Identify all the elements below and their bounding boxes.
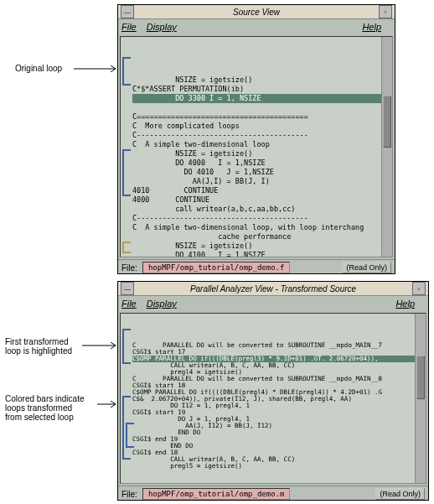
menu-file[interactable]: File [121, 22, 137, 32]
code-line: NSIZE = igetsize() [132, 242, 252, 250]
file-path: hopMPF/omp_tutorial/omp_demo.f [142, 262, 291, 273]
file-label: File: [121, 263, 137, 273]
menubar: File Display Help [118, 296, 428, 311]
loop-bracket [122, 57, 131, 86]
code-line: DO 4100 I = 1,NSIZE [132, 251, 266, 257]
code-line: call writear(a,b,c,aa,bb,cc) [132, 205, 295, 213]
code-line: NSIZE = igetsize() [132, 75, 252, 84]
code-line: C---------------------------------------… [132, 131, 308, 139]
code-line: 4010 CONTINUE [132, 186, 218, 195]
menubar: File Display Help [118, 19, 395, 34]
code-line: C A simple two-dimensional loop, with lo… [132, 223, 364, 231]
maximize-icon[interactable]: ▫ [379, 5, 392, 18]
menu-display[interactable]: Display [147, 22, 177, 32]
code-line: AA(J,I) = BB(J, I) [132, 177, 270, 185]
loop-bracket-inner [126, 423, 134, 448]
titlebar[interactable]: — Source View ▫ [118, 5, 395, 19]
code-line: C---------------------------------------… [132, 214, 308, 222]
file-path: hopMPF/omp_tutorial/omp_demo.m [142, 488, 291, 500]
code-line: DO 4010 J = 1,NSIZE [132, 168, 274, 176]
scroll-thumb[interactable] [383, 96, 391, 148]
scrollbar[interactable] [381, 37, 392, 257]
maximize-icon[interactable]: ▫ [412, 282, 426, 295]
readonly-badge: (Read Only) [342, 262, 391, 273]
code-line: C A simple two-dimensional loop [132, 140, 270, 148]
code-line: cache performance [132, 232, 291, 241]
loop-bracket [122, 149, 131, 196]
parallel-analyzer-window: — Parallel Analyzer View - Transformed S… [117, 281, 429, 501]
titlebar[interactable]: — Parallel Analyzer View - Transformed S… [118, 282, 428, 296]
code-line-highlight: DO 3300 I = 1, NSIZE [132, 94, 390, 103]
source-view-window: — Source View ▫ File Display Help NSIZE … [117, 4, 395, 274]
menu-help[interactable]: Help [395, 299, 415, 309]
loop-bracket [122, 242, 131, 253]
code-line: 4000 CONTINUE [132, 195, 209, 204]
code-line: pregl5 = igetsize() [132, 462, 242, 470]
file-label: File: [121, 490, 137, 499]
statusbar: File: hopMPF/omp_tutorial/omp_demo.m (Re… [118, 486, 428, 501]
annotation-colored: Colored bars indicate loops transformed … [5, 394, 85, 422]
source-code-area[interactable]: NSIZE = igetsize() C*$*ASSERT PERMUTATIO… [120, 36, 393, 257]
loop-bracket [122, 329, 131, 364]
readonly-badge: (Read Only) [375, 488, 425, 500]
window-title: Parallel Analyzer View - Transformed Sou… [137, 284, 410, 294]
window-title: Source View [137, 8, 376, 17]
code-line: C=======================================… [132, 112, 308, 121]
statusbar: File: hopMPF/omp_tutorial/omp_demo.f (Re… [118, 259, 395, 275]
annotation-first: First transformed loop is highlighted [5, 337, 72, 356]
transformed-code-area[interactable]: C PARALLEL DO will be converted to SUBRO… [120, 313, 426, 484]
menu-file[interactable]: File [121, 299, 137, 309]
sysmenu-icon[interactable]: — [121, 5, 134, 18]
scrollbar[interactable] [415, 314, 426, 483]
code-line: NSIZE = igetsize() [132, 149, 252, 158]
code-line: C More complicated loops [132, 122, 240, 130]
code-line: DO 4000 I = 1,NSIZE [132, 158, 266, 167]
menu-display[interactable]: Display [147, 299, 177, 309]
scroll-thumb[interactable] [416, 356, 425, 399]
sysmenu-icon[interactable]: — [121, 282, 134, 295]
menu-help[interactable]: Help [362, 22, 381, 32]
code-line: C*$*ASSERT PERMUTATION(ib) [132, 85, 244, 93]
annotation-original: Original loop [15, 64, 62, 73]
